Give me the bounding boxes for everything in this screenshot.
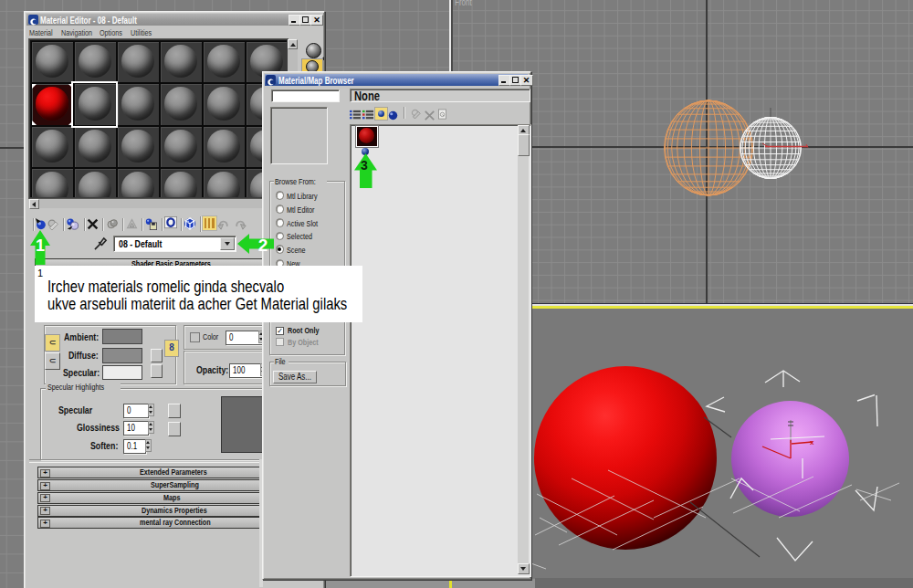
svg-text:3: 3	[361, 158, 368, 173]
svg-text:1: 1	[36, 236, 45, 255]
svg-text:2: 2	[258, 236, 268, 255]
svg-text:x: x	[810, 438, 814, 446]
